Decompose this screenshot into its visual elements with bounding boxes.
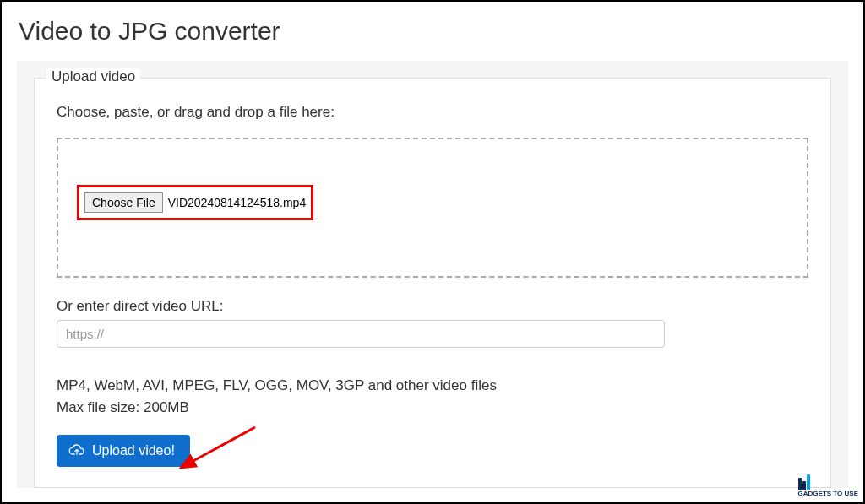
watermark: GADGETS TO USE — [798, 474, 858, 497]
choose-file-button[interactable]: Choose File — [84, 192, 163, 213]
cloud-upload-icon — [68, 444, 85, 458]
upload-instruction: Choose, paste, or drag and drop a file h… — [57, 104, 808, 121]
file-input-row: Choose File VID20240814124518.mp4 — [77, 185, 313, 220]
video-url-input[interactable] — [57, 320, 665, 348]
content-area: Upload video Choose, paste, or drag and … — [17, 61, 848, 488]
page-title: Video to JPG converter — [2, 2, 863, 61]
watermark-logo-icon — [798, 474, 858, 490]
watermark-text: GADGETS TO USE — [798, 490, 858, 497]
upload-button-label: Upload video! — [92, 443, 175, 458]
selected-filename: VID20240814124518.mp4 — [168, 196, 306, 209]
upload-fieldset: Upload video Choose, paste, or drag and … — [34, 78, 831, 488]
upload-legend: Upload video — [46, 68, 140, 85]
maxsize-line: Max file size: 200MB — [57, 397, 808, 419]
file-dropzone[interactable]: Choose File VID20240814124518.mp4 — [57, 138, 808, 278]
supported-formats: MP4, WebM, AVI, MPEG, FLV, OGG, MOV, 3GP… — [57, 375, 808, 418]
upload-video-button[interactable]: Upload video! — [57, 435, 190, 467]
formats-line: MP4, WebM, AVI, MPEG, FLV, OGG, MOV, 3GP… — [57, 375, 808, 397]
url-label: Or enter direct video URL: — [57, 298, 808, 315]
